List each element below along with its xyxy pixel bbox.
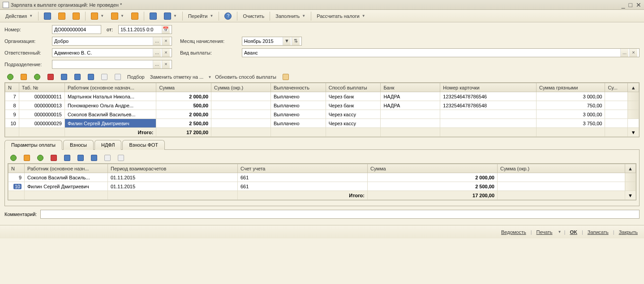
update-method-link[interactable]: Обновить способ выплаты [213, 74, 278, 80]
number-input[interactable]: ДО000000004 [52, 25, 101, 34]
org-input[interactable]: Добро...× [52, 37, 172, 46]
calc-tax-menu[interactable]: Рассчитать налоги▼ [314, 11, 368, 21]
spin-icon[interactable]: ⇅ [292, 37, 300, 45]
help-button[interactable]: ? [222, 11, 234, 21]
col-worker[interactable]: Работник (основное назнач... [64, 83, 156, 92]
edit-row-button[interactable] [34, 153, 46, 163]
move-up-button[interactable] [75, 153, 86, 163]
scroll-up-icon[interactable]: ▲ [628, 83, 639, 92]
detail-table: N Работник (основное назн... Период взаи… [8, 163, 636, 200]
save-row-button[interactable] [61, 153, 73, 163]
table-row[interactable]: 70000000011Мартынюк Наталья Никола...2 0… [5, 92, 639, 101]
sort-asc-icon [101, 74, 107, 80]
select-icon[interactable]: ... [153, 49, 161, 57]
col-paid[interactable]: Выплаченность [271, 83, 326, 92]
select-link[interactable]: Подбор [125, 74, 146, 80]
dept-input[interactable]: ...× [52, 60, 172, 69]
cross-icon [51, 155, 57, 161]
close-link[interactable]: Закрыть [617, 229, 640, 235]
settings-button[interactable]: ▼ [161, 11, 180, 21]
col-su[interactable]: Су... [605, 83, 628, 92]
structure-button[interactable]: ▼ [108, 11, 127, 21]
list-icon-button[interactable] [147, 11, 159, 21]
col-worker[interactable]: Работник (основное назн... [25, 164, 108, 173]
pencil-icon [37, 155, 43, 161]
col-card[interactable]: Номер карточки [440, 83, 537, 92]
tab-payment-params[interactable]: Параметры оплаты [4, 140, 62, 150]
col-period[interactable]: Период взаиморасчетов [108, 164, 238, 173]
table-row[interactable]: 80000000013Пономаренко Ольга Андре...500… [5, 101, 639, 110]
move-up-button[interactable] [72, 72, 83, 82]
delete-row-button[interactable] [48, 153, 60, 163]
col-sum-okr[interactable]: Сумма (окр.) [211, 83, 271, 92]
col-n[interactable]: N [9, 164, 25, 173]
paytype-input[interactable]: Аванс...× [242, 48, 640, 57]
col-n[interactable]: N [5, 83, 19, 92]
comment-input[interactable] [40, 210, 640, 219]
actions-menu[interactable]: Действия▼ [3, 11, 35, 21]
col-gross[interactable]: Сумма грязными [537, 83, 605, 92]
save-button[interactable]: Записать [586, 229, 610, 235]
resp-label: Ответственный: [4, 50, 48, 55]
clear-icon[interactable]: × [629, 49, 637, 57]
paytype-value: Аванс [244, 50, 619, 55]
col-bank[interactable]: Банк [381, 83, 440, 92]
sheet-link[interactable]: Ведомость [499, 229, 528, 235]
tab-contributions[interactable]: Взносы [63, 140, 94, 150]
goto-menu[interactable]: Перейти▼ [185, 11, 216, 21]
move-down-button[interactable] [85, 72, 97, 82]
goto-label: Перейти [188, 13, 208, 19]
clear-button[interactable]: Очистить [240, 11, 267, 21]
based-on-button[interactable]: ▼ [88, 11, 107, 21]
date-input[interactable]: 15.11.2015 0:0📅 [118, 25, 172, 34]
unpost-icon-button[interactable] [70, 11, 82, 21]
sort-asc-button[interactable] [102, 153, 113, 163]
plan-icon-button[interactable] [129, 11, 141, 21]
resp-input[interactable]: Админенко В. С....× [52, 48, 172, 57]
add-row-button[interactable] [4, 72, 16, 82]
save-row-button[interactable] [58, 72, 70, 82]
table-row[interactable]: 90000000015Соколов Василий Васильев...2 … [5, 110, 639, 119]
ok-button[interactable]: OK [568, 229, 579, 235]
tab-ndfl[interactable]: НДФЛ [94, 140, 121, 150]
col-account[interactable]: Счет учета [238, 164, 368, 173]
sort-desc-button[interactable] [115, 153, 127, 163]
select-icon[interactable]: ... [153, 60, 161, 68]
person-icon-button[interactable] [280, 72, 292, 82]
post-icon-button[interactable] [56, 11, 68, 21]
plus-icon [10, 155, 17, 161]
delete-row-button[interactable] [45, 72, 56, 82]
dropdown-icon[interactable]: ▼ [283, 37, 291, 45]
select-icon[interactable]: ... [620, 49, 628, 57]
add-row-button[interactable] [8, 153, 19, 163]
edit-row-button[interactable] [31, 72, 43, 82]
clone-row-button[interactable] [18, 72, 30, 82]
tab-fot[interactable]: Взносы ФОТ [122, 140, 165, 150]
table-row[interactable]: 100000000029Филин Сергей Дмитриевич2 500… [5, 119, 639, 128]
table-row[interactable]: 9Соколов Василий Василь...01.11.20156612… [9, 173, 636, 182]
sort-asc-button[interactable] [99, 72, 110, 82]
clear-icon[interactable]: × [162, 60, 170, 68]
sort-desc-button[interactable] [112, 72, 124, 82]
month-input[interactable]: Ноябрь 2015▼⇅ [242, 37, 302, 46]
replace-link[interactable]: Заменить отметку на ... [148, 74, 206, 80]
scroll-up-icon[interactable]: ▲ [625, 164, 636, 173]
clear-icon[interactable]: × [162, 37, 170, 45]
maximize-button[interactable]: □ [629, 1, 632, 8]
col-sum[interactable]: Сумма [156, 83, 211, 92]
table-row[interactable]: 10Филин Сергей Дмитриевич01.11.20156612 … [9, 182, 636, 191]
close-button[interactable]: ✕ [636, 1, 641, 8]
col-method[interactable]: Способ выплаты [326, 83, 381, 92]
calendar-icon[interactable]: 📅 [162, 25, 170, 34]
move-down-button[interactable] [88, 153, 100, 163]
col-sum[interactable]: Сумма [368, 164, 498, 173]
clone-row-button[interactable] [21, 153, 33, 163]
fill-menu[interactable]: Заполнить▼ [273, 11, 308, 21]
select-icon[interactable]: ... [153, 37, 161, 45]
col-tab[interactable]: Таб. № [19, 83, 64, 92]
print-link[interactable]: Печать [535, 229, 554, 235]
minimize-button[interactable]: _ [622, 1, 625, 8]
clear-icon[interactable]: × [162, 49, 170, 57]
save-icon-button[interactable] [41, 11, 54, 21]
col-sum-okr[interactable]: Сумма (окр.) [498, 164, 625, 173]
